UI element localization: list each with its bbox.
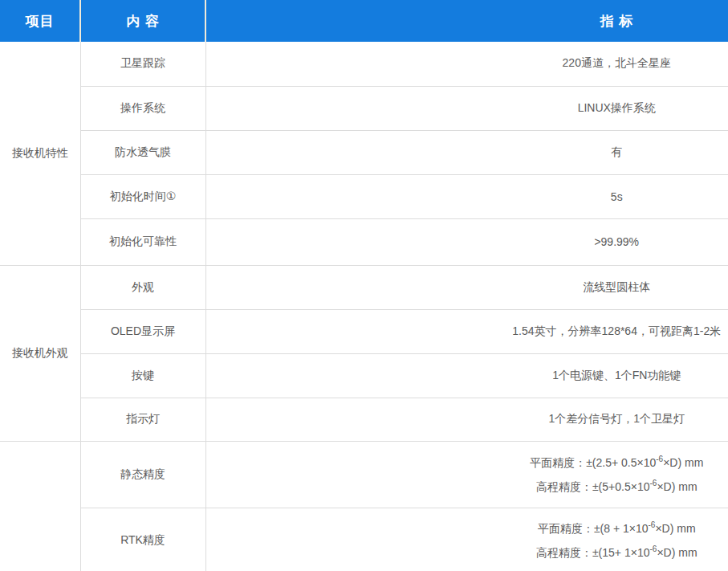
table-row: 接收机外观 外观 流线型圆柱体: [0, 265, 728, 309]
spec-line-pre: 平面精度：±(2.5+ 0.5×10: [530, 456, 656, 469]
spec-line-post: ×D) mm: [657, 546, 697, 559]
table-row: 防水透气膜 有: [0, 130, 728, 174]
spec-table: 项目 内 容 指 标 接收机特性 卫星跟踪 220通道，北斗全星座 操作系统 L…: [0, 0, 728, 571]
spec-line-height-rtk: 高程精度：±(15+ 1×10-6×D) mm: [206, 540, 728, 565]
content-cell: 防水透气膜: [80, 130, 205, 174]
spec-line-height-static: 高程精度：±(5+0.5×10-6×D) mm: [206, 475, 728, 499]
spec-line-plane-static: 平面精度：±(2.5+ 0.5×10-6×D) mm: [206, 451, 728, 475]
table-row: 初始化时间① 5s: [0, 174, 728, 218]
spec-cell: 1个差分信号灯，1个卫星灯: [205, 398, 728, 441]
spec-cell: 1个电源键、1个FN功能键: [205, 353, 728, 398]
spec-table-viewport: 项目 内 容 指 标 接收机特性 卫星跟踪 220通道，北斗全星座 操作系统 L…: [0, 0, 728, 571]
header-cell-item: 项目: [0, 0, 80, 42]
spec-line-post: ×D) mm: [663, 456, 703, 469]
table-row: 指示灯 1个差分信号灯，1个卫星灯: [0, 398, 728, 441]
header-cell-content: 内 容: [80, 0, 205, 42]
content-cell: 初始化可靠性: [80, 218, 205, 265]
table-row: 初始化可靠性 >99.99%: [0, 218, 728, 265]
content-cell: 卫星跟踪: [80, 42, 205, 86]
spec-cell: 5s: [205, 174, 728, 218]
spec-line-plane-rtk: 平面精度：±(8 + 1×10-6×D) mm: [206, 516, 728, 540]
spec-line-pre: 高程精度：±(5+0.5×10: [536, 480, 650, 493]
table-row: 静态精度 平面精度：±(2.5+ 0.5×10-6×D) mm 高程精度：±(5…: [0, 441, 728, 508]
content-cell: 指示灯: [80, 398, 205, 441]
content-cell: 操作系统: [80, 86, 205, 130]
spec-cell: 1.54英寸，分辨率128*64，可视距离1-2米: [205, 309, 728, 353]
spec-cell: LINUX操作系统: [205, 86, 728, 130]
table-row: 操作系统 LINUX操作系统: [0, 86, 728, 130]
group-label-receiver-appearance: 接收机外观: [0, 265, 80, 441]
content-cell: 静态精度: [80, 441, 205, 508]
spec-cell: >99.99%: [205, 218, 728, 265]
spec-line-post: ×D) mm: [657, 480, 697, 493]
table-row: 按键 1个电源键、1个FN功能键: [0, 353, 728, 398]
group-label-precision: [0, 441, 80, 571]
spec-cell: 220通道，北斗全星座: [205, 42, 728, 86]
spec-line-pre: 高程精度：±(15+ 1×10: [536, 546, 650, 559]
spec-cell: 平面精度：±(2.5+ 0.5×10-6×D) mm 高程精度：±(5+0.5×…: [205, 441, 728, 508]
content-cell: OLED显示屏: [80, 309, 205, 353]
spec-line-post: ×D) mm: [655, 522, 695, 535]
table-row: RTK精度 平面精度：±(8 + 1×10-6×D) mm 高程精度：±(15+…: [0, 508, 728, 571]
spec-cell: 流线型圆柱体: [205, 265, 728, 309]
group-label-receiver-features: 接收机特性: [0, 42, 80, 265]
table-row: OLED显示屏 1.54英寸，分辨率128*64，可视距离1-2米: [0, 309, 728, 353]
table-row: 接收机特性 卫星跟踪 220通道，北斗全星座: [0, 42, 728, 86]
spec-line-pre: 平面精度：±(8 + 1×10: [538, 522, 649, 535]
header-cell-spec: 指 标: [205, 0, 728, 42]
spec-cell: 平面精度：±(8 + 1×10-6×D) mm 高程精度：±(15+ 1×10-…: [205, 508, 728, 571]
content-cell: 初始化时间①: [80, 174, 205, 218]
spec-cell: 有: [205, 130, 728, 174]
spec-table-header: 项目 内 容 指 标: [0, 0, 728, 42]
content-cell: 按键: [80, 353, 205, 398]
spec-line-sup: -6: [656, 455, 663, 463]
content-cell: RTK精度: [80, 508, 205, 571]
content-cell: 外观: [80, 265, 205, 309]
